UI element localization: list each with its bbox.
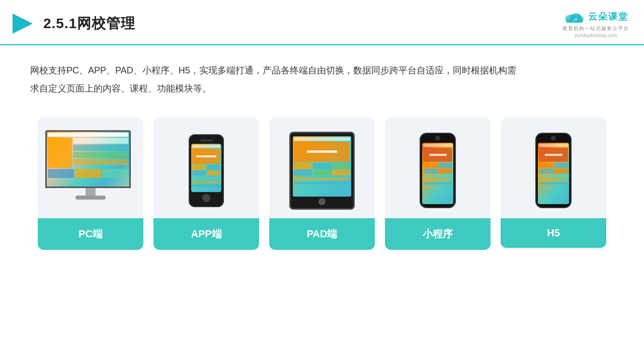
monitor-mockup bbox=[45, 130, 136, 211]
card-miniapp: 小程序 bbox=[385, 118, 491, 250]
tablet-mockup bbox=[289, 132, 355, 210]
cards-container: PC端 bbox=[0, 108, 644, 250]
card-pc: PC端 bbox=[38, 118, 143, 250]
card-pc-label: PC端 bbox=[38, 218, 143, 250]
card-pad: PAD端 bbox=[269, 118, 375, 250]
card-h5: H5 bbox=[501, 118, 606, 250]
header: 2.5.1网校管理 云朵课堂 教育机构一站式服务云平台 yunduoketang… bbox=[0, 0, 644, 45]
logo-url: yunduoketang.com bbox=[575, 33, 617, 38]
card-h5-image bbox=[501, 118, 606, 218]
logo-area: 云朵课堂 教育机构一站式服务云平台 yunduoketang.com bbox=[562, 9, 629, 38]
page-title: 2.5.1网校管理 bbox=[43, 14, 135, 33]
play-icon bbox=[10, 11, 35, 36]
card-h5-label: H5 bbox=[501, 218, 606, 248]
card-miniapp-label: 小程序 bbox=[385, 218, 491, 250]
logo-tagline: 教育机构一站式服务云平台 bbox=[562, 25, 629, 32]
card-pad-image bbox=[269, 118, 375, 218]
card-pc-image bbox=[38, 118, 143, 218]
description-content: 网校支持PC、APP、PAD、小程序、H5，实现多端打通，产品各终端自由切换，数… bbox=[30, 65, 516, 94]
cloud-icon bbox=[563, 9, 585, 24]
card-app-label: APP端 bbox=[153, 218, 259, 250]
card-app: APP端 bbox=[153, 118, 259, 250]
description-text: 网校支持PC、APP、PAD、小程序、H5，实现多端打通，产品各终端自由切换，数… bbox=[0, 45, 553, 108]
card-app-image bbox=[153, 118, 259, 218]
svg-marker-0 bbox=[13, 14, 33, 34]
smartphone-mockup-h5 bbox=[535, 133, 572, 208]
smartphone-mockup-mini bbox=[420, 133, 456, 208]
phone-mockup-app bbox=[189, 134, 224, 207]
card-miniapp-image bbox=[385, 118, 491, 218]
header-left: 2.5.1网校管理 bbox=[10, 11, 135, 36]
card-pad-label: PAD端 bbox=[269, 218, 375, 250]
logo-name: 云朵课堂 bbox=[588, 11, 628, 23]
logo-cloud: 云朵课堂 bbox=[563, 9, 628, 24]
